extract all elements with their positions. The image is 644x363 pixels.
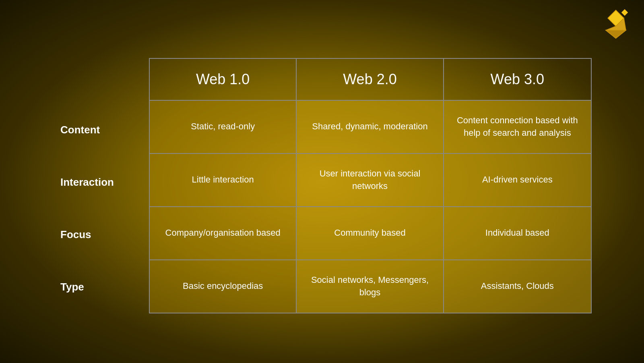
cell-interaction-10: Little interaction bbox=[150, 154, 297, 206]
row-labels: Content Interaction Focus Type bbox=[52, 58, 149, 313]
header-web30: Web 3.0 bbox=[444, 59, 591, 100]
cell-focus-30: Individual based bbox=[444, 207, 591, 259]
cell-type-10: Basic encyclopedias bbox=[150, 260, 297, 313]
label-interaction: Interaction bbox=[52, 156, 149, 209]
cell-content-30: Content connection based with help of se… bbox=[444, 101, 591, 153]
cell-interaction-20: User interaction via social networks bbox=[297, 154, 444, 206]
cell-type-30: Assistants, Clouds bbox=[444, 260, 591, 313]
data-grid: Web 1.0 Web 2.0 Web 3.0 Static, read-onl… bbox=[149, 58, 592, 313]
header-web20: Web 2.0 bbox=[297, 59, 444, 100]
cell-type-20: Social networks, Messengers, blogs bbox=[297, 260, 444, 313]
cell-content-20: Shared, dynamic, moderation bbox=[297, 101, 444, 153]
header-web10: Web 1.0 bbox=[150, 59, 297, 100]
svg-marker-2 bbox=[606, 30, 626, 38]
label-focus: Focus bbox=[52, 209, 149, 261]
cell-focus-20: Community based bbox=[297, 207, 444, 259]
svg-marker-3 bbox=[621, 9, 628, 16]
row-content: Static, read-only Shared, dynamic, moder… bbox=[150, 101, 591, 154]
row-interaction: Little interaction User interaction via … bbox=[150, 154, 591, 207]
cell-interaction-30: AI-driven services bbox=[444, 154, 591, 206]
cell-content-10: Static, read-only bbox=[150, 101, 297, 153]
row-focus: Company/organisation based Community bas… bbox=[150, 207, 591, 260]
logo bbox=[600, 8, 632, 40]
row-type: Basic encyclopedias Social networks, Mes… bbox=[150, 260, 591, 313]
label-type: Type bbox=[52, 261, 149, 313]
label-content: Content bbox=[52, 104, 149, 156]
comparison-table: Content Interaction Focus Type Web 1.0 W… bbox=[52, 58, 592, 313]
cell-focus-10: Company/organisation based bbox=[150, 207, 297, 259]
header-row: Web 1.0 Web 2.0 Web 3.0 bbox=[150, 59, 591, 101]
